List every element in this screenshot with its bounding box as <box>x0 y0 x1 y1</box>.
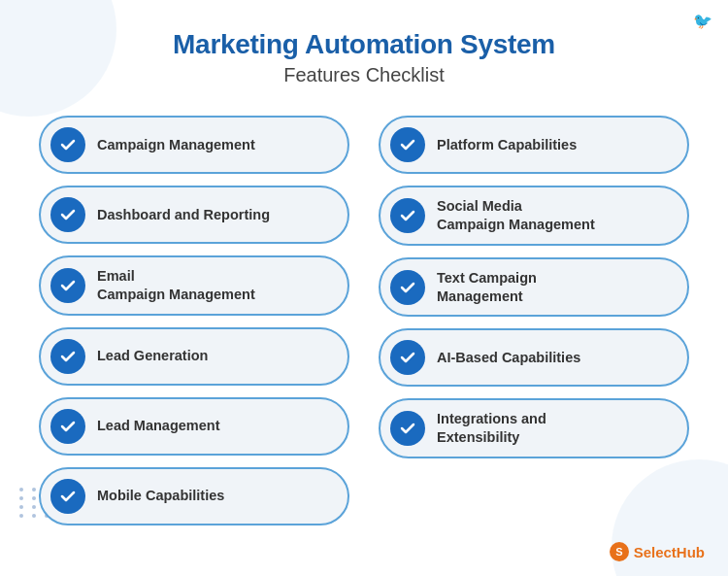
item-ai-based-capabilities: AI-Based Capabilities <box>379 328 689 387</box>
item-dashboard-reporting: Dashboard and Reporting <box>39 186 349 244</box>
label-lead-management: Lead Management <box>97 417 220 435</box>
logo-hub: Hub <box>677 544 705 560</box>
check-icon-integrations-extensibility <box>390 411 425 446</box>
selecthub-logo-icon: S <box>609 541 630 562</box>
logo-text: SelectHub <box>634 544 705 560</box>
check-icon-lead-generation <box>50 339 85 374</box>
checklist-grid: Campaign Management Dashboard and Report… <box>39 116 689 525</box>
selecthub-logo: S SelectHub <box>609 541 705 562</box>
item-campaign-management: Campaign Management <box>39 116 349 174</box>
check-icon-ai-based-capabilities <box>390 340 425 375</box>
label-email-campaign: EmailCampaign Management <box>97 267 255 304</box>
logo-select: Select <box>634 544 677 560</box>
item-platform-capabilities: Platform Capabilities <box>379 116 689 174</box>
label-campaign-management: Campaign Management <box>97 136 255 154</box>
label-mobile-capabilities: Mobile Capabilities <box>97 487 224 505</box>
item-text-campaign: Text CampaignManagement <box>379 257 689 318</box>
label-platform-capabilities: Platform Capabilities <box>437 136 577 154</box>
label-ai-based-capabilities: AI-Based Capabilities <box>437 349 580 367</box>
label-dashboard-reporting: Dashboard and Reporting <box>97 206 270 224</box>
check-icon-social-media-campaign <box>390 198 425 233</box>
left-column: Campaign Management Dashboard and Report… <box>39 116 349 525</box>
page-title: Marketing Automation System <box>39 29 689 60</box>
right-column: Platform Capabilities Social MediaCampai… <box>379 116 689 525</box>
page-header: Marketing Automation System Features Che… <box>39 29 689 86</box>
check-icon-platform-capabilities <box>390 127 425 162</box>
page-subtitle: Features Checklist <box>39 64 689 86</box>
item-lead-management: Lead Management <box>39 397 349 456</box>
item-mobile-capabilities: Mobile Capabilities <box>39 467 349 525</box>
label-lead-generation: Lead Generation <box>97 347 208 365</box>
check-icon-lead-management <box>50 409 85 444</box>
bird-icon: 🐦 <box>693 12 712 30</box>
check-icon-email-campaign <box>50 268 85 303</box>
label-text-campaign: Text CampaignManagement <box>437 269 537 306</box>
item-integrations-extensibility: Integrations andExtensibility <box>379 398 689 458</box>
item-social-media-campaign: Social MediaCampaign Management <box>379 186 689 246</box>
item-email-campaign: EmailCampaign Management <box>39 255 349 316</box>
label-social-media-campaign: Social MediaCampaign Management <box>437 197 595 234</box>
check-icon-campaign-management <box>50 127 85 162</box>
svg-text:S: S <box>615 546 622 558</box>
check-icon-text-campaign <box>390 270 425 305</box>
check-icon-mobile-capabilities <box>50 479 85 514</box>
label-integrations-extensibility: Integrations andExtensibility <box>437 410 546 447</box>
item-lead-generation: Lead Generation <box>39 327 349 386</box>
check-icon-dashboard-reporting <box>50 197 85 232</box>
